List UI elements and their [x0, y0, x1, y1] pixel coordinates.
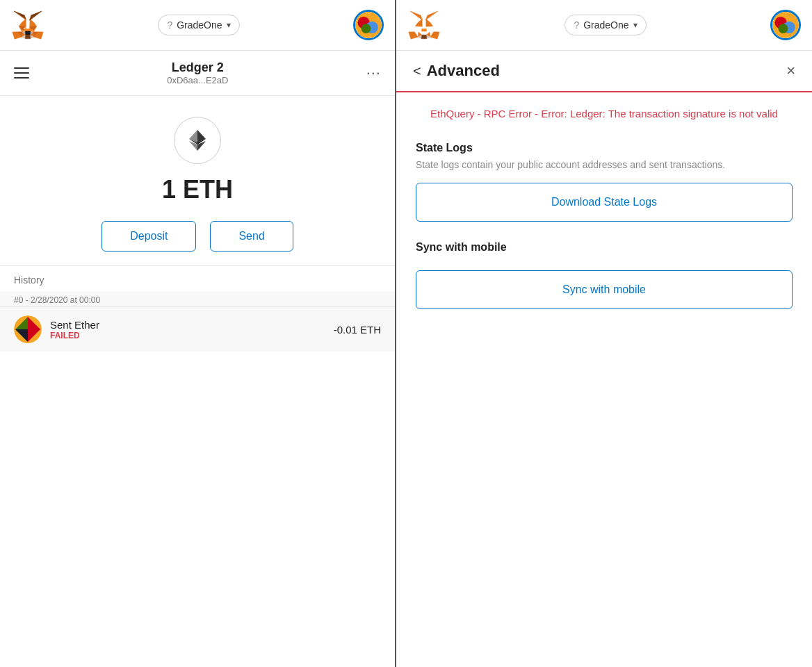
right-chevron-down-icon: ▾	[633, 20, 638, 30]
svg-marker-33	[197, 130, 206, 142]
left-header: ? GradeOne ▾	[0, 0, 395, 51]
tx-details: Sent Ether FAILED	[50, 319, 334, 340]
network-label: GradeOne	[177, 19, 222, 31]
tx-status: FAILED	[50, 331, 334, 340]
svg-marker-48	[426, 19, 433, 26]
advanced-content: EthQuery - RPC Error - Error: Ledger: Th…	[396, 92, 812, 662]
network-selector[interactable]: ? GradeOne ▾	[158, 15, 239, 35]
svg-point-58	[779, 24, 788, 33]
svg-marker-43	[425, 11, 438, 20]
svg-marker-4	[19, 19, 26, 26]
back-chevron-icon: <	[413, 63, 421, 79]
account-name: Ledger 2	[167, 60, 228, 75]
tx-amount: -0.01 ETH	[334, 324, 381, 336]
eth-icon	[174, 117, 221, 164]
account-bar: Ledger 2 0xD6aa...E2aD ···	[0, 51, 395, 96]
svg-marker-27	[14, 11, 26, 19]
question-icon: ?	[167, 19, 172, 31]
svg-marker-26	[25, 35, 30, 39]
right-question-icon: ?	[574, 19, 579, 31]
left-panel: ? GradeOne ▾ Ledger 2 0xD6aa...E2aD ···	[0, 0, 396, 667]
svg-marker-47	[415, 19, 422, 26]
sync-mobile-title: Sync with mobile	[416, 241, 793, 254]
tx-name: Sent Ether	[50, 319, 334, 331]
hamburger-menu[interactable]	[14, 67, 29, 79]
svg-marker-25	[25, 31, 30, 35]
account-info: Ledger 2 0xD6aa...E2aD	[167, 60, 228, 85]
account-avatar[interactable]	[353, 10, 384, 40]
svg-marker-53	[421, 28, 426, 31]
page-title: Advanced	[427, 62, 500, 80]
balance-area: 1 ETH Deposit Send	[0, 96, 395, 265]
chevron-down-icon: ▾	[227, 20, 231, 30]
action-buttons: Deposit Send	[102, 221, 293, 252]
right-panel: ? GradeOne ▾ < Advanced × EthQuery - RPC…	[396, 0, 812, 667]
svg-marker-44	[410, 11, 423, 20]
close-button[interactable]: ×	[786, 62, 795, 80]
right-header: ? GradeOne ▾	[396, 0, 812, 51]
error-message: EthQuery - RPC Error - Error: Ledger: Th…	[416, 106, 793, 122]
state-logs-description: State logs contain your public account a…	[416, 158, 793, 172]
tx-date: #0 - 2/28/2020 at 00:00	[0, 291, 395, 306]
account-address: 0xD6aa...E2aD	[167, 75, 228, 85]
svg-marker-20	[25, 28, 30, 31]
download-state-logs-button[interactable]: Download State Logs	[416, 183, 793, 222]
deposit-button[interactable]: Deposit	[102, 221, 196, 252]
svg-marker-54	[421, 35, 426, 39]
svg-marker-45	[430, 32, 439, 39]
svg-marker-46	[409, 32, 418, 39]
svg-marker-28	[30, 11, 42, 20]
right-network-label: GradeOne	[583, 19, 628, 31]
send-button[interactable]: Send	[210, 221, 293, 252]
right-account-avatar[interactable]	[770, 10, 801, 40]
sync-with-mobile-button[interactable]: Sync with mobile	[416, 270, 793, 309]
tx-icon	[14, 315, 42, 343]
state-logs-title: State Logs	[416, 142, 793, 154]
metamask-logo-right	[407, 8, 441, 42]
account-options-menu[interactable]: ···	[366, 64, 381, 82]
back-button[interactable]: < Advanced	[413, 62, 500, 80]
balance-amount: 1 ETH	[162, 175, 233, 204]
svg-marker-5	[30, 19, 37, 26]
metamask-logo	[11, 8, 44, 42]
svg-point-32	[362, 24, 371, 33]
svg-marker-34	[189, 130, 197, 142]
table-row[interactable]: Sent Ether FAILED -0.01 ETH	[0, 306, 395, 352]
right-network-selector[interactable]: ? GradeOne ▾	[565, 15, 646, 35]
history-label: History	[0, 265, 395, 291]
advanced-page-header: < Advanced ×	[396, 51, 812, 92]
